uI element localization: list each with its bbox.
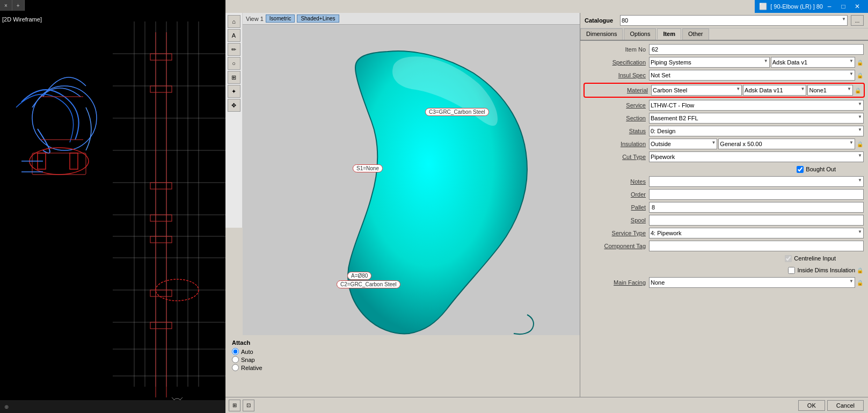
spool-label: Spool [585,217,649,223]
notes-row: Notes [580,175,868,188]
component-tag-input[interactable] [649,241,864,251]
material-highlight-box: Material Carbon Steel Adsk Data v11 [583,83,865,98]
ok-button[interactable]: OK [798,400,825,411]
insul-spec-lock-icon[interactable]: 🔒 [856,71,864,79]
bought-out-label: Bought Out [806,166,836,172]
tab-item[interactable]: Item [657,28,681,40]
isometric-button[interactable]: Isometric [266,15,295,23]
maximize-button[interactable]: □ [837,0,850,13]
svg-rect-34 [150,322,172,329]
service-select[interactable]: LTHW-CT - Flow [649,100,864,111]
insul-spec-label: Insul Spec [585,72,649,78]
title-bar-buttons: – □ ✕ [823,0,864,13]
insulation-label: Insulation [585,141,649,147]
vp-circle-button[interactable]: ○ [228,57,240,70]
inside-dims-lock-icon[interactable]: 🔒 [856,266,864,274]
c3-label: C3=GRC_Carbon Steel [425,108,489,116]
material-select3[interactable]: None1 [807,85,853,96]
attach-snap[interactable]: Snap [232,356,573,363]
svg-rect-33 [150,290,172,296]
specification-lock-icon[interactable]: 🔒 [856,59,864,66]
viewport-toolbar: ⌂ A ✏ ○ ⊞ ✦ ✥ [225,13,243,228]
insulation-select1[interactable]: Outside [649,139,717,149]
section-select[interactable]: Basement B2 FFL [649,113,864,124]
bottom-icon-bar: ⊞ ⊡ [225,397,580,413]
vp-grid-button[interactable]: ⊞ [228,71,240,84]
notes-select[interactable] [649,176,864,187]
material-select2[interactable]: Adsk Data v11 [743,85,806,96]
order-input[interactable] [649,189,864,200]
insul-spec-select[interactable]: Not Set [649,70,855,81]
service-type-select[interactable]: 4: Pipework [649,228,864,238]
tab-dimensions[interactable]: Dimensions [580,28,623,40]
inside-dims-row: Inside Dims Insulation 🔒 [580,264,868,276]
main-facing-select[interactable]: None [649,277,855,288]
pallet-row: Pallet [580,201,868,214]
centreline-checkbox [785,255,792,262]
vp-move-button[interactable]: ✥ [228,99,240,112]
catalogue-browse-button[interactable]: ... [851,15,864,26]
insulation-select2[interactable]: General x 50.00 [718,139,855,149]
item-no-label: Item No [585,46,649,53]
inside-dims-checkbox[interactable] [788,267,795,274]
vp-tool-button[interactable]: ✦ [228,85,240,98]
grid-icon-button[interactable]: ⊞ [229,400,240,411]
right-panel: Catalogue 80 ... Dimensions Options Item… [580,13,868,413]
spool-row: Spool [580,214,868,227]
bought-out-checkbox[interactable] [797,166,804,173]
material-label: Material [587,87,651,93]
title-bar: ⬜ [ 90-Elbow (LR) ] 80 – □ ✕ [755,0,868,13]
catalogue-row: Catalogue 80 ... [580,13,868,28]
close-button[interactable]: ✕ [851,0,864,13]
insulation-lock-icon[interactable]: 🔒 [856,140,864,148]
order-label: Order [585,191,649,198]
inside-dims-checkbox-label[interactable]: Inside Dims Insulation [788,267,855,274]
section-row: Section Basement B2 FFL [580,112,868,125]
minimize-button[interactable]: – [823,0,836,13]
notes-label: Notes [585,178,649,185]
tab-other[interactable]: Other [682,28,709,40]
service-row: Service LTHW-CT - Flow [580,99,868,112]
cad-statusbar: ⊕ [0,400,225,413]
svg-rect-32 [150,236,172,243]
specification-select1[interactable]: Piping Systems [649,57,770,68]
material-lock-icon[interactable]: 🔒 [854,86,862,94]
bought-out-row: Bought Out [580,163,868,175]
spool-input[interactable] [649,215,864,226]
material-row: Material Carbon Steel Adsk Data v11 [585,84,864,97]
centreline-checkbox-label[interactable]: Centreline Input [785,255,836,262]
cancel-button[interactable]: Cancel [827,400,864,411]
props-area: Item No Specification Piping Systems Ads… [580,41,868,291]
tab-options[interactable]: Options [624,28,656,40]
vp-draw-button[interactable]: ✏ [228,43,240,56]
component-tag-row: Component Tag [580,240,868,252]
item-no-input[interactable] [649,44,864,55]
tabs-row: Dimensions Options Item Other [580,28,868,41]
centreline-label: Centreline Input [794,255,836,262]
inside-dims-label: Inside Dims Insulation [797,267,855,273]
main-facing-label: Main Facing [585,279,649,286]
attach-auto[interactable]: Auto [232,348,573,355]
c2-label: C2=GRC_Carbon Steel [337,280,400,288]
attach-relative[interactable]: Relative [232,364,573,371]
cut-type-label: Cut Type [585,154,649,160]
bought-out-checkbox-label[interactable]: Bought Out [797,166,836,173]
order-row: Order [580,188,868,201]
catalogue-select[interactable]: 80 [620,15,848,26]
snap-icon-button[interactable]: ⊡ [243,400,254,411]
vp-home-button[interactable]: ⌂ [228,15,240,28]
vp-text-button[interactable]: A [228,29,240,42]
material-select1[interactable]: Carbon Steel [651,85,742,96]
section-label: Section [585,115,649,121]
svg-rect-29 [150,86,172,92]
service-type-label: Service Type [585,230,649,236]
shaded-lines-button[interactable]: Shaded+Lines [297,15,339,23]
service-type-row: Service Type 4: Pipework [580,227,868,240]
centreline-row: Centreline Input [580,252,868,264]
pallet-input[interactable] [649,202,864,213]
specification-select2[interactable]: Adsk Data v1 [771,57,855,68]
main-facing-lock-icon[interactable]: 🔒 [856,279,864,286]
cad-origin-icon: ⊕ [4,404,9,410]
cut-type-select[interactable]: Pipework [649,151,864,162]
status-select[interactable]: 0: Design [649,126,864,136]
